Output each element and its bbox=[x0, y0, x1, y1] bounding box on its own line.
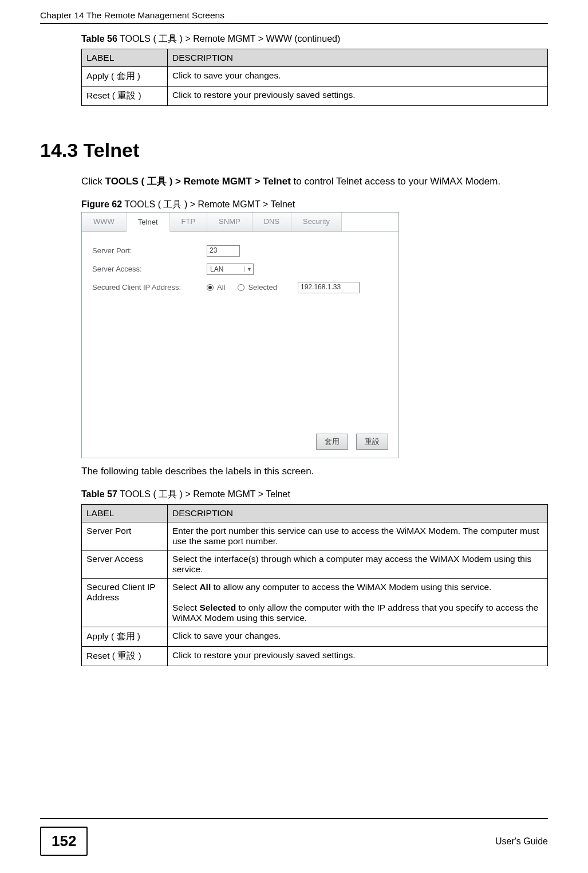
table57-caption-rest: TOOLS ( 工具 ) > Remote MGMT > Telnet bbox=[117, 489, 290, 499]
figure-telnet-screenshot: WWW Telnet FTP SNMP DNS Security Server … bbox=[81, 212, 399, 458]
cell-desc: Enter the port number this service can u… bbox=[168, 522, 548, 550]
table-row: Server Access Select the interface(s) th… bbox=[82, 550, 548, 578]
cell-desc: Click to restore your previously saved s… bbox=[168, 86, 548, 106]
cell-desc: Select the interface(s) through which a … bbox=[168, 550, 548, 578]
server-access-value: LAN bbox=[210, 265, 223, 273]
intro-bold: TOOLS ( 工具 ) > Remote MGMT > Telnet bbox=[105, 176, 291, 187]
table57-th-label: LABEL bbox=[82, 504, 168, 522]
tab-dns[interactable]: DNS bbox=[252, 213, 291, 231]
intro-pre: Click bbox=[81, 176, 105, 187]
table-row: Secured Client IP Address Select All to … bbox=[82, 578, 548, 627]
table56-th-desc: DESCRIPTION bbox=[168, 49, 548, 67]
table57-caption: Table 57 TOOLS ( 工具 ) > Remote MGMT > Te… bbox=[81, 489, 548, 501]
reset-button[interactable]: 重設 bbox=[356, 434, 388, 450]
radio-all[interactable]: All bbox=[207, 283, 225, 292]
table56-th-label: LABEL bbox=[82, 49, 168, 67]
cell-label: Server Access bbox=[82, 550, 168, 578]
radio-dot-icon bbox=[238, 284, 244, 291]
tab-telnet[interactable]: Telnet bbox=[127, 213, 170, 232]
tab-www[interactable]: WWW bbox=[82, 213, 127, 231]
cell-label: Secured Client IP Address bbox=[82, 578, 168, 627]
page-number: 152 bbox=[40, 827, 88, 856]
table-row: Reset ( 重設 ) Click to restore your previ… bbox=[82, 86, 548, 106]
cell-desc: Click to save your changes. bbox=[168, 627, 548, 646]
tab-snmp[interactable]: SNMP bbox=[207, 213, 252, 231]
table-row: Apply ( 套用 ) Click to save your changes. bbox=[82, 67, 548, 86]
figure-caption: Figure 62 TOOLS ( 工具 ) > Remote MGMT > T… bbox=[81, 199, 548, 211]
section-heading: 14.3 Telnet bbox=[40, 139, 548, 162]
secured-ip-input[interactable]: 192.168.1.33 bbox=[298, 282, 360, 293]
cell-label: Reset ( 重設 ) bbox=[82, 86, 168, 106]
label-server-port: Server Port: bbox=[92, 246, 207, 255]
cell-label: Apply ( 套用 ) bbox=[82, 627, 168, 646]
chevron-down-icon: ▼ bbox=[244, 266, 252, 272]
t57-r2-p2-pre: Select bbox=[172, 603, 199, 612]
table57-th-desc: DESCRIPTION bbox=[168, 504, 548, 522]
table-row: Server Port Enter the port number this s… bbox=[82, 522, 548, 550]
table57-caption-num: Table 57 bbox=[81, 489, 117, 499]
t57-r2-p1-post: to allow any computer to access the WiMA… bbox=[211, 582, 491, 592]
header-rule bbox=[40, 23, 548, 24]
table56-caption-rest: TOOLS ( 工具 ) > Remote MGMT > WWW (contin… bbox=[117, 34, 340, 44]
radio-selected[interactable]: Selected bbox=[238, 283, 277, 292]
radio-all-label: All bbox=[217, 283, 225, 292]
label-secured-ip: Secured Client IP Address: bbox=[92, 283, 207, 292]
radio-dot-icon bbox=[207, 284, 214, 291]
server-access-select[interactable]: LAN ▼ bbox=[207, 264, 254, 275]
section-intro: Click TOOLS ( 工具 ) > Remote MGMT > Telne… bbox=[81, 175, 548, 188]
table56-caption-num: Table 56 bbox=[81, 34, 117, 44]
t57-r2-p2-b: Selected bbox=[199, 603, 236, 612]
cell-desc: Click to restore your previously saved s… bbox=[168, 646, 548, 666]
footer-rule bbox=[40, 818, 548, 819]
label-server-access: Server Access: bbox=[92, 265, 207, 273]
cell-label: Server Port bbox=[82, 522, 168, 550]
figure-caption-rest: TOOLS ( 工具 ) > Remote MGMT > Telnet bbox=[122, 199, 295, 209]
t57-r2-p1-b: All bbox=[199, 582, 211, 592]
cell-label: Apply ( 套用 ) bbox=[82, 67, 168, 86]
t57-r2-p1-pre: Select bbox=[172, 582, 199, 592]
table-row: Reset ( 重設 ) Click to restore your previ… bbox=[82, 646, 548, 666]
table57: LABEL DESCRIPTION Server Port Enter the … bbox=[81, 504, 548, 666]
table-row: Apply ( 套用 ) Click to save your changes. bbox=[82, 627, 548, 646]
running-header: Chapter 14 The Remote Management Screens bbox=[40, 10, 548, 21]
cell-desc: Select All to allow any computer to acce… bbox=[168, 578, 548, 627]
apply-button[interactable]: 套用 bbox=[316, 434, 348, 450]
tab-security[interactable]: Security bbox=[291, 213, 342, 231]
table56-caption: Table 56 TOOLS ( 工具 ) > Remote MGMT > WW… bbox=[81, 33, 548, 45]
radio-selected-label: Selected bbox=[248, 283, 277, 292]
intro-post: to control Telnet access to your WiMAX M… bbox=[291, 176, 500, 187]
tab-strip: WWW Telnet FTP SNMP DNS Security bbox=[82, 213, 398, 232]
figure-caption-num: Figure 62 bbox=[81, 199, 122, 209]
footer-guide: User's Guide bbox=[495, 836, 548, 847]
tab-ftp[interactable]: FTP bbox=[170, 213, 208, 231]
cell-label: Reset ( 重設 ) bbox=[82, 646, 168, 666]
table56: LABEL DESCRIPTION Apply ( 套用 ) Click to … bbox=[81, 49, 548, 106]
server-port-input[interactable]: 23 bbox=[207, 245, 240, 257]
table57-lead: The following table describes the labels… bbox=[81, 465, 548, 478]
cell-desc: Click to save your changes. bbox=[168, 67, 548, 86]
